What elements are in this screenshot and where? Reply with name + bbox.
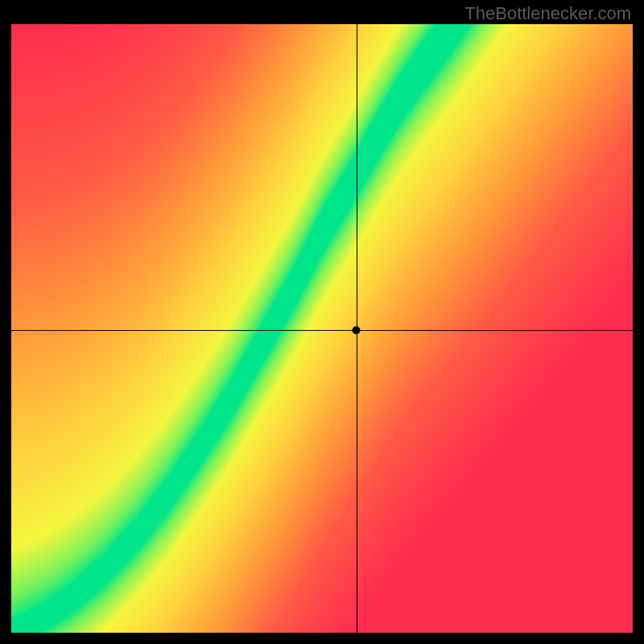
watermark-text: TheBottlenecker.com: [464, 3, 631, 24]
chart-container: TheBottlenecker.com: [0, 0, 644, 644]
heatmap-canvas: [0, 0, 644, 644]
